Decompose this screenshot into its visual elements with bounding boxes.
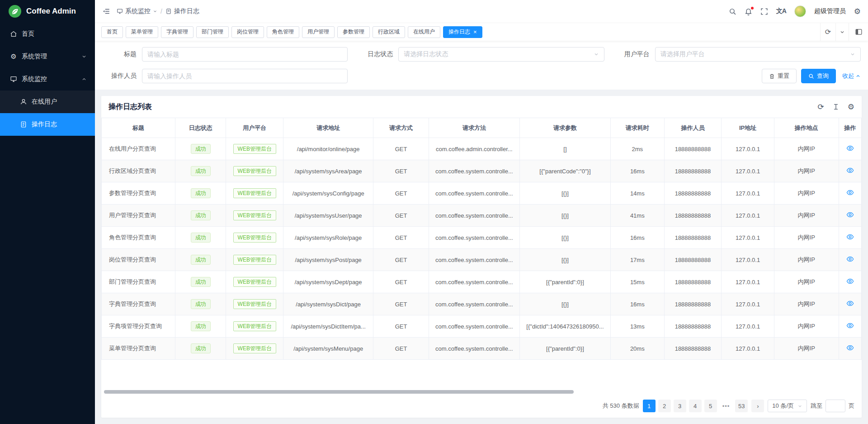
tab-close-icon[interactable]: × — [473, 29, 477, 35]
cell-location: 内网IP — [774, 182, 839, 205]
platform-select[interactable]: 请选择用户平台 — [655, 47, 861, 62]
tab-options-dropdown-icon[interactable] — [835, 23, 849, 41]
cell-location: 内网IP — [774, 205, 839, 227]
app-window: Coffee Admin 首页 ⚙ 系统管理 系统监控 在线用户 操作日志 — [0, 0, 868, 424]
view-detail-eye-icon[interactable] — [846, 189, 854, 196]
settings-gear-icon[interactable]: ⚙ — [854, 7, 861, 16]
top-bar-actions: 文A 超级管理员 ⚙ — [729, 5, 861, 17]
refresh-icon[interactable]: ⟳ — [818, 103, 824, 111]
tab-bar-tools: ⟳ — [820, 23, 868, 41]
tab-item[interactable]: 岗位管理 — [231, 26, 264, 38]
search-icon — [808, 73, 814, 79]
tab-item[interactable]: 菜单管理 — [126, 26, 158, 38]
breadcrumb-item-monitor[interactable]: 系统监控 — [117, 7, 157, 15]
title-input[interactable] — [147, 51, 342, 58]
status-badge: 成功 — [191, 144, 211, 154]
tab-item[interactable]: 在线用户 — [408, 26, 440, 38]
scrollbar-thumb[interactable] — [104, 390, 574, 394]
search-icon[interactable] — [729, 8, 736, 15]
cell-duration: 41ms — [610, 205, 664, 227]
view-detail-eye-icon[interactable] — [846, 211, 854, 219]
filter-platform-item: 用户平台 请选择用户平台 — [615, 47, 861, 62]
view-detail-eye-icon[interactable] — [846, 300, 854, 307]
sidebar-item-system-monitor[interactable]: 系统监控 — [0, 68, 95, 91]
tab-label: 字典管理 — [166, 28, 188, 36]
view-detail-eye-icon[interactable] — [846, 144, 854, 152]
view-detail-eye-icon[interactable] — [846, 233, 854, 241]
cell-function: com.coffee.admin.controller... — [429, 138, 519, 160]
page-button-1[interactable]: 1 — [643, 400, 656, 412]
sidebar-item-online-users[interactable]: 在线用户 — [0, 91, 95, 113]
fullscreen-icon[interactable] — [760, 8, 768, 15]
cell-title: 行政区域分页查询 — [102, 160, 175, 182]
table-row: 部门管理分页查询成功WEB管理后台/api/system/sysDept/pag… — [102, 271, 862, 293]
tab-item[interactable]: 参数管理 — [337, 26, 370, 38]
view-detail-eye-icon[interactable] — [846, 167, 854, 174]
collapse-filter-link[interactable]: 收起 — [842, 72, 861, 80]
tab-item[interactable]: 部门管理 — [196, 26, 229, 38]
cell-method: GET — [373, 160, 429, 182]
tab-item[interactable]: 首页 — [101, 26, 123, 38]
cell-url: /api/system/sysDictItem/pa... — [283, 315, 373, 338]
cell-url: /api/system/sysDept/page — [283, 271, 373, 293]
page-button-2[interactable]: 2 — [658, 400, 671, 412]
cell-function: com.coffee.system.controlle... — [429, 205, 519, 227]
user-name[interactable]: 超级管理员 — [814, 7, 846, 15]
page-button-53[interactable]: 53 — [735, 400, 748, 412]
page-button-4[interactable]: 4 — [689, 400, 702, 412]
jump-page-input[interactable] — [826, 400, 845, 412]
search-button[interactable]: 查询 — [801, 69, 836, 83]
page-size-select[interactable]: 10 条/页 — [768, 400, 807, 412]
card-header: 操作日志列表 ⟳ ⚙ — [101, 96, 862, 118]
tab-label: 在线用户 — [413, 28, 435, 36]
home-icon — [10, 30, 17, 38]
cell-duration: 16ms — [610, 227, 664, 249]
cell-action — [839, 338, 861, 360]
tab-item[interactable]: 角色管理 — [267, 26, 299, 38]
tab-item[interactable]: 用户管理 — [302, 26, 335, 38]
operator-input[interactable] — [147, 72, 342, 80]
view-detail-eye-icon[interactable] — [846, 344, 854, 352]
cell-method: GET — [373, 338, 429, 360]
avatar[interactable] — [794, 5, 806, 17]
platform-badge: WEB管理后台 — [233, 299, 276, 309]
next-page-button[interactable]: › — [751, 400, 764, 412]
reset-button[interactable]: 重置 — [762, 69, 797, 83]
cell-platform: WEB管理后台 — [226, 227, 283, 249]
refresh-tab-icon[interactable]: ⟳ — [820, 23, 835, 41]
sidebar-item-home[interactable]: 首页 — [0, 23, 95, 45]
page-button-3[interactable]: 3 — [674, 400, 686, 412]
notification-bell-icon[interactable] — [745, 8, 752, 15]
column-settings-gear-icon[interactable]: ⚙ — [848, 103, 854, 111]
layout-setting-icon[interactable] — [849, 23, 868, 41]
view-detail-eye-icon[interactable] — [846, 255, 854, 263]
sidebar-item-operation-log[interactable]: 操作日志 — [0, 113, 95, 136]
tab-label: 部门管理 — [202, 28, 223, 36]
tab-item[interactable]: 行政区域 — [373, 26, 405, 38]
cell-action — [839, 271, 861, 293]
table-row: 用户管理分页查询成功WEB管理后台/api/system/sysUser/pag… — [102, 205, 862, 227]
pagination-total: 共 530 条数据 — [603, 402, 639, 410]
operation-log-table: 标题日志状态用户平台请求地址请求方式请求方法请求参数请求耗时操作人员IP地址操作… — [101, 118, 862, 360]
translate-icon[interactable]: 文A — [776, 7, 786, 15]
cell-function: com.coffee.system.controlle... — [429, 182, 519, 205]
tab-item[interactable]: 操作日志× — [443, 26, 482, 38]
page-ellipsis[interactable]: ••• — [720, 400, 733, 412]
log-icon — [165, 8, 172, 14]
tab-item[interactable]: 字典管理 — [161, 26, 193, 38]
cell-platform: WEB管理后台 — [226, 160, 283, 182]
view-detail-eye-icon[interactable] — [846, 277, 854, 285]
page-button-5[interactable]: 5 — [704, 400, 717, 412]
platform-badge: WEB管理后台 — [233, 166, 276, 176]
column-header: 请求参数 — [519, 118, 610, 138]
monitor-icon — [117, 8, 123, 14]
breadcrumb-label: 系统监控 — [125, 7, 151, 15]
collapse-filter-label: 收起 — [842, 72, 854, 80]
view-detail-eye-icon[interactable] — [846, 322, 854, 329]
status-select[interactable]: 请选择日志状态 — [398, 47, 604, 62]
density-icon[interactable] — [832, 103, 840, 110]
sidebar-item-system-mgmt[interactable]: ⚙ 系统管理 — [0, 45, 95, 68]
collapse-sidebar-icon[interactable] — [102, 7, 110, 15]
breadcrumb-label: 操作日志 — [174, 7, 199, 15]
table-row: 角色管理分页查询成功WEB管理后台/api/system/sysRole/pag… — [102, 227, 862, 249]
